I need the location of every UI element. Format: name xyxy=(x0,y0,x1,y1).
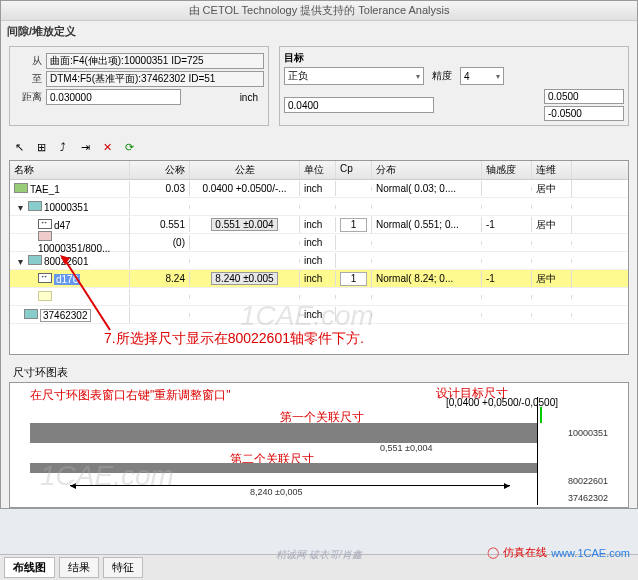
dimension-icon xyxy=(38,219,52,229)
chart-section-title: 尺寸环图表 xyxy=(9,363,629,382)
col-nominal[interactable]: 公称 xyxy=(130,161,190,179)
dimension-loop-chart[interactable]: 在尺寸环图表窗口右键"重新调整窗口" 第一个关联尺寸 第二个关联尺寸 设计目标尺… xyxy=(9,382,629,508)
chart-bar-1 xyxy=(30,423,538,443)
chevron-down-icon: ▾ xyxy=(416,72,420,81)
distance-field[interactable] xyxy=(46,89,181,105)
dimension-table: 名称 公称 公差 单位 Cp 分布 轴感度 连维 TAE_1 0.03 0.04… xyxy=(9,160,629,355)
row-tae1[interactable]: TAE_1 0.03 0.0400 +0.0500/-... inch Norm… xyxy=(10,180,628,198)
dimension-icon xyxy=(38,273,52,283)
col-unit[interactable]: 单位 xyxy=(300,161,336,179)
logo-brand: 仿真在线 xyxy=(503,545,547,560)
chart-ref-line xyxy=(537,397,538,505)
distance-label: 距离 xyxy=(14,90,42,104)
logo-url: www.1CAE.com xyxy=(551,547,630,559)
row-empty[interactable] xyxy=(10,288,628,306)
chart-part-label-1: 10000351 xyxy=(568,428,608,438)
part-icon xyxy=(24,309,38,319)
precision-value: 4 xyxy=(464,71,470,82)
col-dist[interactable]: 分布 xyxy=(372,161,482,179)
load-select-value: 正负 xyxy=(288,69,308,83)
dim-arrow-2 xyxy=(70,485,510,486)
from-label: 从 xyxy=(14,54,42,68)
row-part-10000351[interactable]: ▾10000351 xyxy=(10,198,628,216)
pointer-tool-button[interactable]: ↖ xyxy=(9,138,29,156)
collapse-button[interactable]: ⇥ xyxy=(75,138,95,156)
add-loop-button[interactable]: ⊞ xyxy=(31,138,51,156)
row-part-80022601[interactable]: ▾80022601 inch xyxy=(10,252,628,270)
col-sens[interactable]: 轴感度 xyxy=(482,161,532,179)
chart-target-marker xyxy=(540,407,542,423)
to-label: 至 xyxy=(14,72,42,86)
target-title: 目标 xyxy=(284,51,624,65)
chart-dim-label-1: 0,551 ±0,004 xyxy=(380,443,432,453)
cp-input[interactable] xyxy=(340,272,367,286)
col-tol[interactable]: 公差 xyxy=(190,161,300,179)
cp-input[interactable] xyxy=(340,218,367,232)
col-cp[interactable]: Cp xyxy=(336,161,372,179)
tolerance-button[interactable]: 0.551 ±0.004 xyxy=(211,218,277,231)
part-icon xyxy=(28,201,42,211)
load-select[interactable]: 正负 ▾ xyxy=(284,67,424,85)
target-panel: 目标 正负 ▾ 精度 4 ▾ xyxy=(279,46,629,126)
toolbar: ↖ ⊞ ⤴ ⇥ ✕ ⟳ xyxy=(1,134,637,160)
row-ratio[interactable]: 10000351/800... (0) inch xyxy=(10,234,628,252)
placeholder-icon xyxy=(38,291,52,301)
chart-bar-2 xyxy=(30,463,538,473)
row-part-37462302[interactable]: 37462302 inch xyxy=(10,306,628,324)
collapse-icon[interactable]: ▾ xyxy=(14,256,26,267)
chart-annotation-resize: 在尺寸环图表窗口右键"重新调整窗口" xyxy=(30,387,231,404)
refresh-button[interactable]: ⟳ xyxy=(119,138,139,156)
target-upper-field[interactable] xyxy=(544,89,624,104)
chevron-down-icon: ▾ xyxy=(496,72,500,81)
col-name[interactable]: 名称 xyxy=(10,161,130,179)
target-value-field[interactable] xyxy=(284,97,434,113)
precision-select[interactable]: 4 ▾ xyxy=(460,67,504,85)
collapse-icon[interactable]: ▾ xyxy=(14,202,26,213)
from-field[interactable] xyxy=(46,53,264,69)
joint-icon xyxy=(38,231,52,241)
distance-unit: inch xyxy=(240,92,264,103)
site-logo: ◯ 仿真在线 www.1CAE.com xyxy=(487,545,630,560)
precision-label: 精度 xyxy=(432,69,452,83)
annotation-text-1: 7.所选择尺寸显示在80022601轴零件下方. xyxy=(104,330,364,348)
row-d176[interactable]: d176 8.24 8.240 ±0.005 inch Normal( 8.24… xyxy=(10,270,628,288)
gap-definition-title: 间隙/堆放定义 xyxy=(1,21,637,42)
delete-button[interactable]: ✕ xyxy=(97,138,117,156)
part-icon xyxy=(28,255,42,265)
tolerance-button[interactable]: 8.240 ±0.005 xyxy=(211,272,277,285)
to-field[interactable] xyxy=(46,71,264,87)
add-dim-button[interactable]: ⤴ xyxy=(53,138,73,156)
assembly-icon xyxy=(14,183,28,193)
from-panel: 从 至 距离 inch xyxy=(9,46,269,126)
target-lower-field[interactable] xyxy=(544,106,624,121)
chart-part-label-2: 80022601 xyxy=(568,476,608,486)
window-title: 由 CETOL Technology 提供支持的 Tolerance Analy… xyxy=(189,3,450,18)
col-link[interactable]: 连维 xyxy=(532,161,572,179)
window-titlebar: 由 CETOL Technology 提供支持的 Tolerance Analy… xyxy=(1,1,637,21)
chart-dim-label-2: 8,240 ±0,005 xyxy=(250,487,302,497)
chart-part-label-3: 37462302 xyxy=(568,493,608,503)
